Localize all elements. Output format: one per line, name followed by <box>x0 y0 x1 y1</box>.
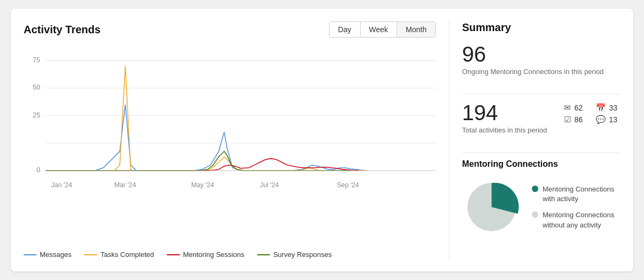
legend-messages: Messages <box>24 250 71 259</box>
svg-text:50: 50 <box>33 84 40 91</box>
activities-email: ✉ 62 <box>564 103 583 113</box>
chart-area: 75 50 25 0 Jan '24 Mar '24 May '24 Jul '… <box>24 46 436 244</box>
svg-text:Jul '24: Jul '24 <box>260 181 279 189</box>
pie-svg <box>462 178 521 237</box>
right-panel: Summary 96 Ongoing Mentoring Connections… <box>449 21 620 259</box>
legend-mentoring-label: Mentoring Sessions <box>183 250 244 259</box>
month-button[interactable]: Month <box>397 22 435 37</box>
svg-text:75: 75 <box>33 56 40 64</box>
legend-survey-line <box>257 254 270 255</box>
activities-number: 194 <box>462 101 547 124</box>
activities-label: Total activities in this period <box>462 126 547 135</box>
pie-chart <box>462 178 521 237</box>
legend-messages-label: Messages <box>40 250 71 259</box>
legend-survey: Survey Responses <box>257 250 332 259</box>
task-icon: ☑ <box>564 115 571 124</box>
legend-mentoring-line <box>167 254 180 255</box>
chart-header: Activity Trends Day Week Month <box>24 21 436 38</box>
svg-text:0: 0 <box>36 166 40 174</box>
legend-messages-line <box>24 254 36 255</box>
legend-tasks: Tasks Completed <box>84 250 154 259</box>
svg-text:Mar '24: Mar '24 <box>114 181 136 189</box>
chat-icon: 💬 <box>596 115 606 124</box>
activities-details: ✉ 62 ☑ 86 📅 33 <box>564 103 617 124</box>
activities-tasks: ☑ 86 <box>564 115 583 124</box>
svg-text:Jan '24: Jan '24 <box>51 181 72 189</box>
mc-with-activity-dot <box>532 186 538 192</box>
activities-calendar: 📅 33 <box>596 103 618 113</box>
svg-text:May '24: May '24 <box>191 181 214 189</box>
week-button[interactable]: Week <box>361 22 398 37</box>
mc-without-activity: Mentoring Connections without any activi… <box>532 210 620 230</box>
chart-legend: Messages Tasks Completed Mentoring Sessi… <box>24 250 436 259</box>
connections-label: Ongoing Mentoring Connections in this pe… <box>462 67 620 77</box>
summary-title: Summary <box>462 21 620 34</box>
chat-count: 13 <box>609 115 618 124</box>
stat-divider <box>462 94 620 94</box>
legend-survey-label: Survey Responses <box>273 250 332 259</box>
activities-col-1: ✉ 62 ☑ 86 <box>564 103 583 124</box>
email-count: 62 <box>574 104 583 112</box>
svg-text:Sep '24: Sep '24 <box>337 181 359 189</box>
left-panel: Activity Trends Day Week Month 75 50 25 <box>24 21 436 259</box>
connections-stat: 96 Ongoing Mentoring Connections in this… <box>462 42 620 77</box>
time-toggle: Day Week Month <box>329 21 436 38</box>
mc-without-activity-label: Mentoring Connections without any activi… <box>543 210 620 230</box>
mc-content: Mentoring Connections with activity Ment… <box>462 178 620 237</box>
mc-legend: Mentoring Connections with activity Ment… <box>532 185 620 230</box>
svg-text:25: 25 <box>33 112 40 119</box>
activity-chart: 75 50 25 0 Jan '24 Mar '24 May '24 Jul '… <box>24 46 436 207</box>
legend-tasks-label: Tasks Completed <box>100 250 154 259</box>
calendar-icon: 📅 <box>596 103 606 113</box>
mc-title: Mentoring Connections <box>462 159 620 169</box>
legend-mentoring: Mentoring Sessions <box>167 250 244 259</box>
email-icon: ✉ <box>564 103 571 113</box>
activities-messages: 💬 13 <box>596 115 618 124</box>
dashboard: Activity Trends Day Week Month 75 50 25 <box>11 9 633 271</box>
mc-divider <box>462 152 620 153</box>
chart-title: Activity Trends <box>24 24 100 36</box>
activities-stat: 194 Total activities in this period ✉ 62… <box>462 101 620 135</box>
connections-number: 96 <box>462 42 620 66</box>
mc-with-activity-label: Mentoring Connections with activity <box>543 185 620 204</box>
mc-without-activity-dot <box>532 211 538 218</box>
activities-col-2: 📅 33 💬 13 <box>596 103 618 124</box>
day-button[interactable]: Day <box>330 22 361 37</box>
calendar-count: 33 <box>609 104 618 112</box>
task-count: 86 <box>574 115 583 124</box>
mc-with-activity: Mentoring Connections with activity <box>532 185 620 204</box>
legend-tasks-line <box>84 254 97 255</box>
